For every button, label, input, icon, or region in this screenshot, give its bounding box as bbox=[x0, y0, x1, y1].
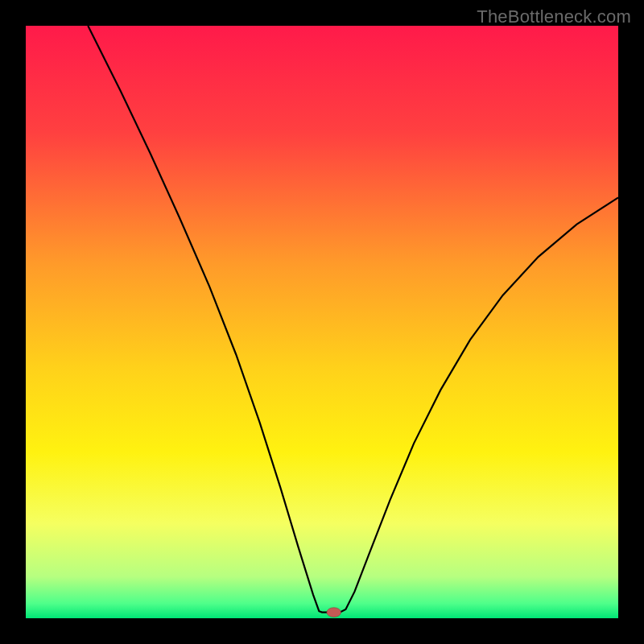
chart-frame: TheBottleneck.com bbox=[0, 0, 644, 644]
chart-svg bbox=[26, 26, 618, 618]
optimal-marker bbox=[327, 608, 341, 617]
plot-area bbox=[26, 26, 618, 618]
chart-background bbox=[26, 26, 618, 618]
watermark-text: TheBottleneck.com bbox=[477, 6, 631, 27]
